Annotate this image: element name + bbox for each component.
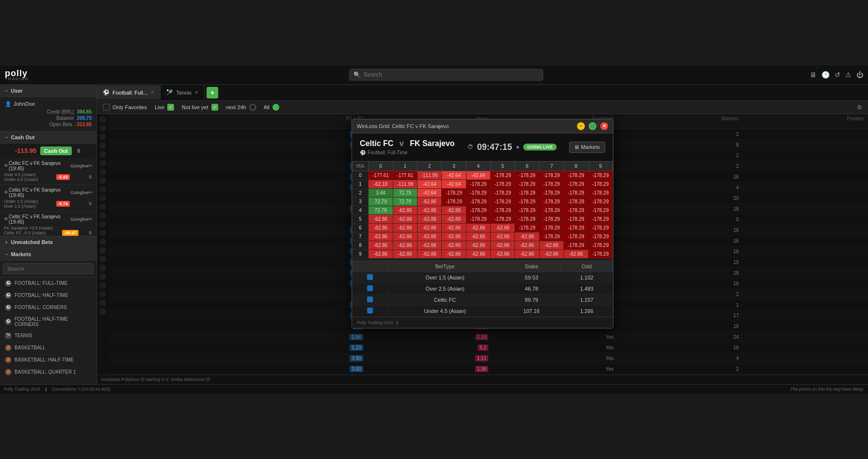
- grid-cell[interactable]: -178.29: [539, 180, 563, 188]
- tab-football[interactable]: ⚽ Football: Full... ✕: [97, 85, 161, 99]
- grid-cell[interactable]: -62.86: [393, 249, 417, 258]
- grid-cell[interactable]: -62.86: [393, 206, 417, 214]
- grid-cell[interactable]: -178.29: [564, 197, 588, 206]
- grid-cell[interactable]: -178.29: [588, 241, 613, 249]
- all-toggle[interactable]: [273, 104, 279, 111]
- market-item-football-fulltime[interactable]: ⚽ FOOTBALL: FULL-TIME: [0, 278, 96, 290]
- add-tab-button[interactable]: +: [207, 87, 218, 98]
- grid-cell[interactable]: -178.29: [515, 188, 539, 197]
- grid-cell[interactable]: -62.86: [417, 232, 441, 241]
- grid-cell[interactable]: -42.64: [417, 180, 441, 188]
- grid-cell[interactable]: -178.29: [588, 180, 613, 188]
- grid-cell[interactable]: -62.86: [466, 223, 490, 232]
- grid-cell[interactable]: -178.29: [588, 249, 613, 258]
- grid-cell[interactable]: -62.86: [442, 249, 466, 258]
- grid-cell[interactable]: -178.29: [491, 214, 515, 223]
- grid-cell[interactable]: -178.29: [539, 223, 563, 232]
- grid-cell[interactable]: -62.86: [491, 223, 515, 232]
- markets-button[interactable]: ⊞ Markets: [569, 142, 605, 153]
- grid-cell[interactable]: -178.29: [515, 197, 539, 206]
- grid-cell[interactable]: 72.79: [369, 197, 393, 206]
- grid-cell[interactable]: -178.29: [515, 223, 539, 232]
- grid-cell[interactable]: -178.29: [539, 232, 563, 241]
- grid-cell[interactable]: -62.86: [491, 249, 515, 258]
- grid-cell[interactable]: -62.86: [491, 241, 515, 249]
- grid-cell[interactable]: -178.29: [539, 206, 563, 214]
- market-item-basketball-q1[interactable]: 🏀 BASKETBALL: QUARTER 1: [0, 366, 96, 378]
- grid-cell[interactable]: -178.29: [588, 206, 613, 214]
- grid-cell[interactable]: -178.29: [442, 188, 466, 197]
- grid-cell[interactable]: -178.29: [564, 206, 588, 214]
- grid-cell[interactable]: -178.29: [466, 214, 490, 223]
- grid-cell[interactable]: -62.86: [539, 249, 563, 258]
- market-item-football-ht-corners[interactable]: ⚽ FOOTBALL: HALF-TIME CORNERS: [0, 314, 96, 330]
- grid-cell[interactable]: -178.29: [515, 171, 539, 180]
- grid-cell[interactable]: -178.29: [564, 232, 588, 241]
- grid-cell[interactable]: -178.29: [564, 180, 588, 188]
- grid-cell[interactable]: -62.86: [442, 206, 466, 214]
- bet-checkbox[interactable]: [367, 274, 373, 280]
- bet-edit-icon[interactable]: ✏: [89, 163, 93, 168]
- grid-cell[interactable]: -62.86: [564, 249, 588, 258]
- grid-cell[interactable]: -178.29: [466, 188, 490, 197]
- grid-cell[interactable]: -62.86: [369, 241, 393, 249]
- grid-cell[interactable]: -178.29: [491, 197, 515, 206]
- tab-close-icon[interactable]: ✕: [194, 90, 198, 95]
- grid-cell[interactable]: -42.64: [442, 171, 466, 180]
- grid-cell[interactable]: -62.86: [417, 206, 441, 214]
- market-item-basketball-halftime[interactable]: 🏀 BASKETBALL: HALF-TIME: [0, 354, 96, 366]
- grid-cell[interactable]: -178.29: [564, 171, 588, 180]
- grid-cell[interactable]: -178.29: [588, 171, 613, 180]
- grid-cell[interactable]: -62.86: [442, 232, 466, 241]
- grid-cell[interactable]: -62.86: [369, 214, 393, 223]
- grid-cell[interactable]: -111.99: [417, 171, 441, 180]
- next-24h-toggle[interactable]: [249, 104, 256, 111]
- not-live-yet-checkbox[interactable]: ✓: [211, 104, 218, 111]
- market-item-football-corners[interactable]: ⚽ FOOTBALL: CORNERS: [0, 302, 96, 314]
- grid-cell[interactable]: 3.44: [369, 188, 393, 197]
- grid-cell[interactable]: -178.29: [466, 197, 490, 206]
- grid-cell[interactable]: -62.86: [515, 249, 539, 258]
- modal-close-button[interactable]: ✕: [600, 122, 608, 130]
- grid-cell[interactable]: -62.86: [466, 249, 490, 258]
- bet-checkbox-cell[interactable]: [353, 305, 388, 316]
- grid-cell[interactable]: -62.86: [539, 241, 563, 249]
- grid-cell[interactable]: -62.86: [369, 232, 393, 241]
- grid-cell[interactable]: -178.29: [588, 223, 613, 232]
- filter-settings-icon[interactable]: ⚙: [857, 104, 862, 111]
- bet-checkbox[interactable]: [367, 296, 373, 302]
- grid-cell[interactable]: -178.29: [466, 180, 490, 188]
- bet-edit-icon[interactable]: ✏: [89, 216, 93, 222]
- market-item-basketball[interactable]: 🏀 BASKETBALL: [0, 342, 96, 354]
- grid-cell[interactable]: 72.79: [393, 188, 417, 197]
- grid-cell[interactable]: -178.29: [515, 180, 539, 188]
- tab-tennis[interactable]: 🎾 Tennis ✕: [161, 85, 205, 99]
- market-item-tennis[interactable]: 🎾 TENNIS: [0, 330, 96, 342]
- grid-cell[interactable]: -62.86: [393, 214, 417, 223]
- bet-checkbox-cell[interactable]: [353, 283, 388, 294]
- bet-eye-icon[interactable]: 👁: [4, 163, 9, 168]
- grid-cell[interactable]: -62.86: [491, 232, 515, 241]
- market-item-football-halftime[interactable]: ⚽ FOOTBALL: HALF-TIME: [0, 290, 96, 302]
- grid-cell[interactable]: -178.29: [491, 171, 515, 180]
- grid-cell[interactable]: -62.86: [417, 249, 441, 258]
- grid-cell[interactable]: -62.86: [515, 241, 539, 249]
- bet-eye-icon[interactable]: 👁: [4, 216, 9, 222]
- modal-minimize-button[interactable]: −: [577, 122, 585, 130]
- grid-cell[interactable]: -62.86: [393, 223, 417, 232]
- bet-eye-icon[interactable]: 👁: [4, 190, 9, 195]
- grid-cell[interactable]: -62.86: [393, 232, 417, 241]
- clock-icon[interactable]: 🕐: [821, 71, 830, 79]
- grid-cell[interactable]: -62.86: [466, 241, 490, 249]
- alert-icon[interactable]: ⚠: [845, 71, 852, 79]
- grid-cell[interactable]: -177.61: [369, 171, 393, 180]
- grid-cell[interactable]: -62.86: [417, 197, 441, 206]
- monitor-icon[interactable]: 🖥: [810, 71, 817, 79]
- grid-cell[interactable]: -178.29: [564, 241, 588, 249]
- bet-checkbox[interactable]: [367, 285, 373, 291]
- grid-cell[interactable]: -178.29: [539, 188, 563, 197]
- grid-cell[interactable]: -178.29: [515, 206, 539, 214]
- collapse-user-icon[interactable]: −: [5, 88, 8, 94]
- grid-cell[interactable]: -178.29: [491, 206, 515, 214]
- grid-cell[interactable]: -178.29: [539, 197, 563, 206]
